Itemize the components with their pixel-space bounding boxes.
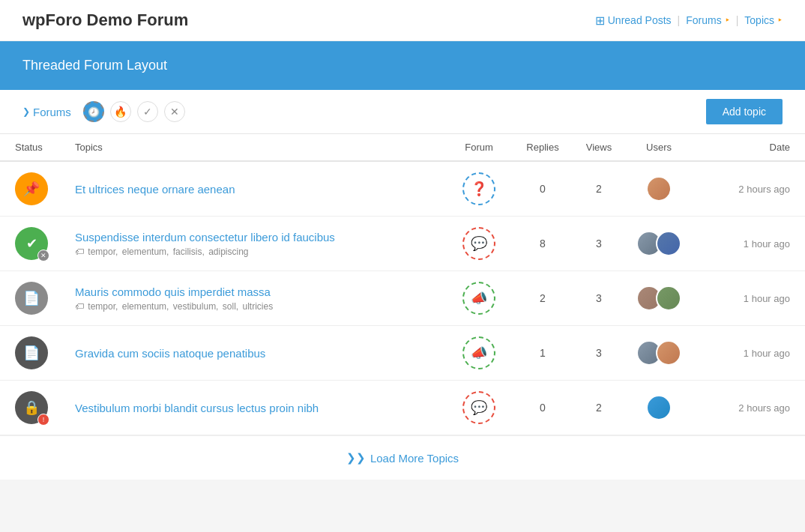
topic-info-2: Suspendisse interdum consectetur libero … [75,231,445,257]
replies-cell-2: 8 [513,238,573,250]
table-header-row: Status Topics Forum Replies Views Users … [0,134,805,162]
table-row: 🔒 ! Vestibulum morbi blandit cursus lect… [0,381,805,435]
doc-status-icon-4: 📄 [15,336,48,369]
users-cell-1 [625,176,693,202]
avatars-1 [625,176,693,202]
rss-icon-2: ‣ [777,15,783,25]
avatars-3 [625,285,693,311]
date-cell-5: 2 hours ago [693,402,790,414]
avatars-5 [625,395,693,420]
topic-info-4: Gravida cum sociis natoque penatibus [75,347,445,360]
fire-filter-icon[interactable]: 🔥 [110,101,131,122]
avatar [656,285,681,311]
status-cell-2: ✔ ✕ [15,227,75,260]
topic-title-4[interactable]: Gravida cum sociis natoque penatibus [75,347,265,360]
avatar [656,340,681,366]
forum-header: Threaded Forum Layout [0,41,805,90]
forum-chat-icon-2: 💬 [462,227,495,260]
views-cell-5: 2 [573,402,625,414]
tag-3: facilisis, [173,247,205,257]
replies-cell-1: 0 [513,183,573,195]
pin-status-icon: 📌 [15,172,48,205]
forums-breadcrumb-link[interactable]: ❯ Forums [22,106,71,118]
forum-help-icon-1: ❓ [462,172,495,205]
status-cell-1: 📌 [15,172,75,205]
tag-1: tempor, [88,301,118,312]
views-cell-1: 2 [573,183,625,195]
topic-title-5[interactable]: Vestibulum morbi blandit cursus lectus p… [75,402,319,414]
top-nav: ⊞ Unread Posts | Forums ‣ | Topics ‣ [595,13,783,28]
views-cell-3: 3 [573,292,625,304]
th-date: Date [693,142,790,153]
replies-cell-4: 1 [513,347,573,359]
forums-top-label: Forums [686,14,721,26]
load-more-link[interactable]: ❯❯ Load More Topics [346,451,459,465]
forum-icon-cell-5: 💬 [445,391,513,424]
avatar [656,231,681,256]
table-row: ✔ ✕ Suspendisse interdum consectetur lib… [0,217,805,271]
tag-1: tempor, [88,247,118,257]
tag-4: soll, [223,301,238,312]
forum-megaphone-icon-3: 📣 [462,282,495,315]
views-cell-2: 3 [573,238,625,250]
date-cell-1: 2 hours ago [693,184,790,195]
unread-posts-link[interactable]: ⊞ Unread Posts [595,13,672,28]
tag-2: elementum, [122,301,169,312]
forum-header-title: Threaded Forum Layout [22,58,167,73]
topic-title-1[interactable]: Et ultrices neque ornare aenean [75,183,235,196]
tag-icon: 🏷 [75,247,84,257]
check-status-icon: ✔ ✕ [15,227,48,260]
date-cell-4: 1 hour ago [693,348,790,359]
check-filter-icon[interactable]: ✓ [137,101,158,122]
forums-link-top[interactable]: Forums ‣ [686,14,729,26]
badge-2: ✕ [37,250,49,262]
topic-title-2[interactable]: Suspendisse interdum consectetur libero … [75,231,335,244]
replies-cell-5: 0 [513,402,573,414]
separator-1: | [678,14,681,26]
chevron-down-icon: ❯ [22,106,30,117]
table-row: 📌 Et ultrices neque ornare aenean ❓ 0 2 … [0,162,805,217]
toolbar: ❯ Forums 🕗 🔥 ✓ ✕ Add topic [0,90,805,134]
doc-status-icon-3: 📄 [15,282,48,315]
users-cell-4 [625,340,693,366]
lock-status-icon: 🔒 ! [15,391,48,424]
load-more-section: ❯❯ Load More Topics [0,435,805,480]
unread-posts-label: Unread Posts [608,14,672,26]
close-filter-icon[interactable]: ✕ [164,101,185,122]
avatars-2 [625,231,693,256]
th-status: Status [15,142,75,153]
topics-table: Status Topics Forum Replies Views Users … [0,134,805,435]
separator-2: | [736,14,739,26]
tag-icon: 🏷 [75,301,84,312]
topic-title-3[interactable]: Mauris commodo quis imperdiet massa [75,285,271,298]
date-cell-2: 1 hour ago [693,238,790,250]
site-title: wpForo Demo Forum [22,10,188,30]
topic-info-3: Mauris commodo quis imperdiet massa 🏷 te… [75,285,445,312]
users-cell-5 [625,395,693,420]
topic-tags-3: 🏷 tempor, elementum, vestibulum, soll, u… [75,301,445,312]
status-cell-5: 🔒 ! [15,391,75,424]
topics-link-top[interactable]: Topics ‣ [744,14,783,26]
load-more-label: Load More Topics [370,452,459,465]
forum-chat-icon-5: 💬 [462,391,495,424]
topic-tags-2: 🏷 tempor, elementum, facilisis, adipisci… [75,247,445,257]
topic-info-1: Et ultrices neque ornare aenean [75,183,445,196]
status-cell-4: 📄 [15,336,75,369]
status-cell-3: 📄 [15,282,75,315]
th-users: Users [625,142,693,153]
toolbar-icons: 🕗 🔥 ✓ ✕ [83,101,185,122]
exclaim-badge: ! [37,414,49,426]
topic-info-5: Vestibulum morbi blandit cursus lectus p… [75,402,445,414]
users-cell-3 [625,285,693,311]
add-topic-button[interactable]: Add topic [706,99,783,124]
clock-filter-icon[interactable]: 🕗 [83,101,104,122]
th-topics: Topics [75,142,445,153]
th-forum: Forum [445,142,513,153]
table-row: 📄 Mauris commodo quis imperdiet massa 🏷 … [0,271,805,326]
layers-icon: ⊞ [595,13,605,28]
topics-top-label: Topics [744,14,774,26]
date-cell-3: 1 hour ago [693,293,790,304]
forum-icon-cell-1: ❓ [445,172,513,205]
avatars-4 [625,340,693,366]
users-cell-2 [625,231,693,256]
